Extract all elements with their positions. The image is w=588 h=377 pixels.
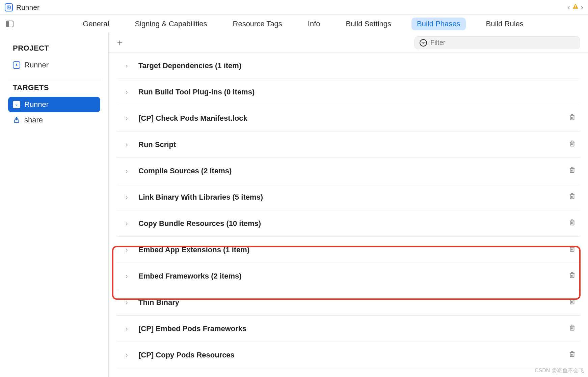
add-phase-button[interactable]: + xyxy=(115,37,125,48)
phase-title: Link Binary With Libraries (5 items) xyxy=(138,193,568,202)
build-phase-row[interactable]: ›[CP] Embed Pods Frameworks xyxy=(117,316,580,342)
build-phase-row[interactable]: ›Run Build Tool Plug-ins (0 items) xyxy=(117,79,580,105)
delete-phase-button[interactable] xyxy=(568,245,577,255)
phase-title: Thin Binary xyxy=(138,298,568,307)
titlebar: Runner ‹ › xyxy=(0,0,588,15)
phase-title: Embed App Extensions (1 item) xyxy=(138,245,568,254)
nav-forward-icon[interactable]: › xyxy=(581,3,583,12)
phase-title: Copy Bundle Resources (10 items) xyxy=(138,219,568,228)
build-phase-row[interactable]: ›[CP] Check Pods Manifest.lock xyxy=(117,105,580,132)
disclosure-chevron-icon[interactable]: › xyxy=(126,193,132,201)
disclosure-chevron-icon[interactable]: › xyxy=(126,88,132,96)
sidebar-heading-targets: TARGETS xyxy=(13,83,100,92)
project-icon xyxy=(5,3,13,11)
svg-rect-8 xyxy=(570,168,574,172)
build-phase-row[interactable]: ›Run Script xyxy=(117,132,580,158)
svg-rect-7 xyxy=(570,142,574,146)
build-phase-row[interactable]: ›Target Dependencies (1 item) xyxy=(117,53,580,79)
sidebar-item-label: share xyxy=(24,116,43,124)
tab-build-rules[interactable]: Build Rules xyxy=(481,18,529,30)
warning-icon[interactable] xyxy=(572,3,579,12)
svg-rect-13 xyxy=(570,300,574,304)
project-icon xyxy=(13,61,20,69)
delete-phase-button[interactable] xyxy=(568,350,577,360)
sidebar-toggle-icon[interactable] xyxy=(6,21,14,27)
titlebar-right: ‹ › xyxy=(567,3,583,12)
filter-input[interactable] xyxy=(430,39,575,47)
delete-phase-button[interactable] xyxy=(568,140,577,149)
delete-phase-button[interactable] xyxy=(568,193,577,202)
build-phase-row[interactable]: ›Compile Sources (2 items) xyxy=(117,158,580,184)
tab-signing[interactable]: Signing & Capabilities xyxy=(129,18,212,30)
tab-build-phases[interactable]: Build Phases xyxy=(411,18,465,30)
svg-rect-1 xyxy=(575,5,576,7)
disclosure-chevron-icon[interactable]: › xyxy=(126,325,132,332)
delete-phase-button[interactable] xyxy=(568,324,577,334)
tab-build-settings[interactable]: Build Settings xyxy=(341,18,397,30)
panel-toggle-slot xyxy=(0,21,18,27)
phase-title: Run Script xyxy=(138,140,568,149)
main-pane: + ›Target Dependencies (1 item)›Run Buil… xyxy=(109,33,588,377)
sidebar-item-project-runner[interactable]: Runner xyxy=(8,57,100,73)
svg-text:g: g xyxy=(16,103,18,106)
sidebar-item-label: Runner xyxy=(24,100,49,109)
titlebar-left: Runner xyxy=(5,3,39,11)
disclosure-chevron-icon[interactable]: › xyxy=(126,220,132,227)
disclosure-chevron-icon[interactable]: › xyxy=(126,351,132,359)
share-extension-icon xyxy=(13,116,20,124)
filter-icon xyxy=(420,39,427,47)
disclosure-chevron-icon[interactable]: › xyxy=(126,141,132,148)
svg-rect-6 xyxy=(570,116,574,120)
phase-title: Compile Sources (2 items) xyxy=(138,167,568,175)
phase-title: [CP] Check Pods Manifest.lock xyxy=(138,114,568,123)
build-phase-row[interactable]: ›Thin Binary xyxy=(117,289,580,316)
svg-rect-15 xyxy=(570,352,574,356)
phase-toolbar: + xyxy=(109,33,588,53)
disclosure-chevron-icon[interactable]: › xyxy=(126,298,132,306)
editor-tabs: General Signing & Capabilities Resource … xyxy=(18,18,588,30)
sidebar-item-target-share[interactable]: share xyxy=(8,112,100,128)
delete-phase-button[interactable] xyxy=(568,114,577,123)
app-target-icon: g xyxy=(13,101,20,108)
nav-back-icon[interactable]: ‹ xyxy=(567,3,570,12)
body: PROJECT Runner TARGETS g Runner share + xyxy=(0,33,588,377)
phase-title: [CP] Embed Pods Frameworks xyxy=(138,324,568,333)
delete-phase-button[interactable] xyxy=(568,271,577,281)
delete-phase-button[interactable] xyxy=(568,219,577,228)
watermark: CSDN @鲨鱼不会飞 xyxy=(535,367,584,374)
build-phase-row[interactable]: ›Copy Bundle Resources (10 items) xyxy=(117,210,580,237)
filter-box[interactable] xyxy=(415,36,580,49)
sidebar-divider xyxy=(8,79,100,79)
tab-general[interactable]: General xyxy=(77,18,114,30)
svg-rect-14 xyxy=(570,326,574,330)
sidebar-heading-project: PROJECT xyxy=(13,44,100,53)
phase-title: Target Dependencies (1 item) xyxy=(138,61,568,70)
svg-rect-9 xyxy=(570,195,574,199)
disclosure-chevron-icon[interactable]: › xyxy=(126,272,132,280)
build-phase-row[interactable]: ›Embed App Extensions (1 item) xyxy=(117,237,580,263)
build-phase-row[interactable]: ›Embed Frameworks (2 items) xyxy=(117,263,580,289)
tab-resource-tags[interactable]: Resource Tags xyxy=(228,18,288,30)
phase-title: Embed Frameworks (2 items) xyxy=(138,272,568,281)
svg-rect-12 xyxy=(570,273,574,278)
svg-rect-2 xyxy=(575,7,576,8)
tab-info[interactable]: Info xyxy=(302,18,326,30)
sidebar: PROJECT Runner TARGETS g Runner share xyxy=(0,33,109,377)
phase-title: [CP] Copy Pods Resources xyxy=(138,351,568,359)
svg-rect-11 xyxy=(570,247,574,251)
build-phase-row[interactable]: ›Link Binary With Libraries (5 items) xyxy=(117,184,580,210)
disclosure-chevron-icon[interactable]: › xyxy=(126,167,132,175)
disclosure-chevron-icon[interactable]: › xyxy=(126,246,132,254)
delete-phase-button[interactable] xyxy=(568,298,577,307)
disclosure-chevron-icon[interactable]: › xyxy=(126,114,132,122)
build-phase-list: ›Target Dependencies (1 item)›Run Build … xyxy=(109,53,588,377)
tab-row: General Signing & Capabilities Resource … xyxy=(0,15,588,33)
window-title: Runner xyxy=(16,3,39,11)
svg-rect-10 xyxy=(570,221,574,225)
disclosure-chevron-icon[interactable]: › xyxy=(126,62,132,69)
delete-phase-button[interactable] xyxy=(568,166,577,176)
sidebar-item-label: Runner xyxy=(24,61,49,69)
build-phase-row[interactable]: ›[CP] Copy Pods Resources xyxy=(117,342,580,368)
phase-title: Run Build Tool Plug-ins (0 items) xyxy=(138,88,568,96)
sidebar-item-target-runner[interactable]: g Runner xyxy=(8,97,100,112)
